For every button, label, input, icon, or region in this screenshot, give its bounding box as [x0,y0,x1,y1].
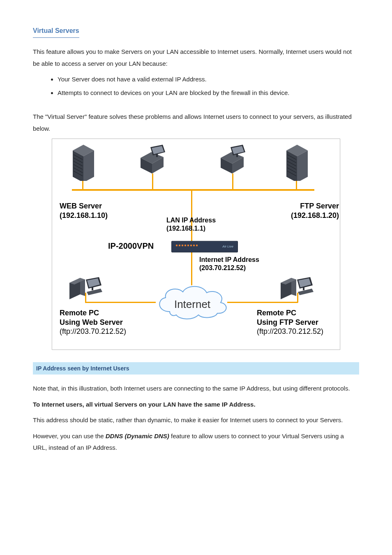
label-text: LAN IP Address [166,217,216,224]
svg-rect-35 [92,287,93,290]
list-item: Attempts to connect to devices on your L… [58,87,359,99]
web-server-label: WEB Server (192.168.1.10) [60,201,121,220]
router-to-internet-line [191,252,192,285]
label-text: Using Web Server [60,318,123,326]
label-text: (192.168.1.1) [166,225,205,232]
paragraph: However, you can use the DDNS (Dynamic D… [33,430,359,454]
label-text: Using FTP Server [257,318,318,326]
label-text: (ftp://203.70.212.52) [257,327,323,335]
svg-marker-36 [87,289,102,295]
svg-rect-14 [156,154,158,157]
paragraph: Note that, in this illustration, both In… [33,383,359,395]
reason-list: Your Server does not have a valid extern… [58,74,359,99]
remote-pc-icon [280,275,315,304]
internet-cloud-icon: Internet [153,283,231,320]
band-title: IP Address seen by Internet Users [36,363,129,374]
workstation-icon [220,145,249,178]
svg-marker-43 [298,289,314,295]
ip-seen-band: IP Address seen by Internet Users [33,362,359,375]
emphasis-paragraph: To Internet users, all virtual Servers o… [33,399,359,411]
label-text: IP-2000VPN [108,241,154,250]
remote-right-label: Remote PC Using FTP Server (ftp://203.70… [257,308,323,336]
device-label: IP-2000VPN [108,241,154,251]
text-fragment: However, you can use the [33,432,106,439]
label-text: (ftp://203.70.212.52) [60,327,126,335]
lan-ip-label: LAN IP Address (192.168.1.1) [166,216,216,233]
web-server-icon [71,145,96,185]
internet-cloud-label: Internet [153,294,231,314]
ftp-server-icon [285,145,309,185]
svg-rect-20 [236,154,238,157]
list-item: Your Server does not have a valid extern… [58,74,359,86]
intro-paragraph: This feature allows you to make Servers … [33,46,359,69]
ddns-emphasis: DDNS (Dynamic DNS) [106,432,169,439]
remote-left-label: Remote PC Using Web Server (ftp://203.70… [60,308,126,336]
label-text: (192.168.1.20) [291,211,339,220]
emphasis-text: To Internet users, all virtual Servers o… [33,401,256,408]
router-icon: Air Live [171,241,238,252]
label-text: (203.70.212.52) [199,264,246,271]
remote-pc-icon [69,275,104,304]
paragraph: This address should be static, rather th… [33,414,359,426]
svg-rect-42 [303,287,304,290]
label-text: FTP Server [300,202,339,210]
virtual-server-figure: WEB Server (192.168.1.10) FTP Server (19… [52,139,340,350]
label-text: Internet IP Address [199,256,259,263]
section-title: Virtual Servers [33,25,79,38]
workstation-icon [140,145,168,178]
lan-to-router-line [191,189,192,242]
lan-bus-line [72,189,314,191]
label-text: Remote PC [257,309,296,317]
internet-ip-label: Internet IP Address (203.70.212.52) [199,256,259,272]
paragraph: The "Virtual Server" feature solves thes… [33,111,359,134]
label-text: Remote PC [60,309,99,317]
ftp-server-label: FTP Server (192.168.1.20) [273,201,339,220]
label-text: (192.168.1.10) [60,211,108,220]
label-text: WEB Server [60,202,102,210]
